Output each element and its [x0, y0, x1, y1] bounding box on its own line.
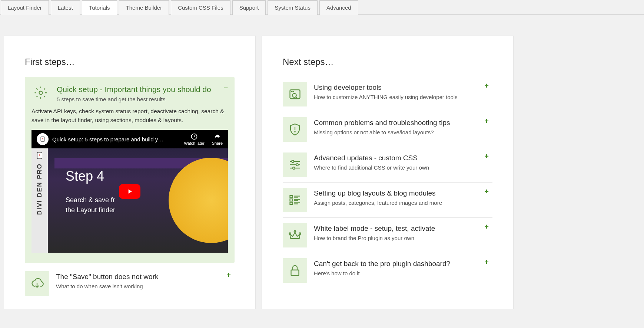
expand-icon[interactable]: + — [484, 82, 489, 89]
tab-system-status[interactable]: System Status — [268, 0, 318, 15]
accordion-title: The "Save" button does not work — [56, 273, 235, 281]
accordion-title: Common problems and troubleshooting tips — [314, 119, 492, 127]
accordion-subtitle: Where to find additional CSS or write yo… — [314, 164, 492, 171]
accordion-header[interactable]: Setting up blog layouts & blog modulesAs… — [283, 183, 492, 217]
accordion-title: Using developer tools — [314, 83, 492, 92]
list-layout-icon — [283, 188, 307, 212]
accordion-item: Setting up blog layouts & blog modulesAs… — [283, 183, 492, 218]
expand-icon[interactable]: + — [484, 117, 489, 125]
tab-advanced[interactable]: Advanced — [319, 0, 358, 15]
accordion-title: White label mode - setup, test, activate — [314, 224, 492, 233]
svg-rect-17 — [290, 196, 293, 198]
crown-icon — [283, 223, 307, 247]
panels-row: First steps… Quick setup - Important thi… — [0, 15, 644, 309]
next-steps-panel: Next steps… Using developer toolsHow to … — [262, 36, 514, 309]
accordion-header[interactable]: Common problems and troubleshooting tips… — [283, 112, 492, 147]
accordion-header[interactable]: Using developer toolsHow to customize AN… — [283, 77, 492, 112]
accordion-header[interactable]: Advanced updates - custom CSSWhere to fi… — [283, 147, 492, 182]
accordion-title: Advanced updates - custom CSS — [314, 154, 492, 162]
svg-rect-23 — [290, 202, 293, 204]
svg-point-26 — [289, 233, 291, 234]
share-button[interactable]: Share — [212, 133, 223, 145]
tab-theme-builder[interactable]: Theme Builder — [119, 0, 169, 15]
video-step-caption: Search & save frthe Layout finder — [66, 195, 115, 215]
accordion-subtitle: How to brand the Pro plugin as your own — [314, 235, 492, 241]
play-button[interactable] — [119, 184, 140, 199]
video-title: Quick setup: 5 steps to prepare and buil… — [52, 136, 163, 142]
svg-point-7 — [292, 94, 296, 98]
accordion-subtitle: Assign posts, categories, featured image… — [314, 200, 492, 206]
collapse-icon[interactable]: – — [224, 83, 228, 91]
expand-icon[interactable]: + — [484, 258, 489, 266]
video-sidebar: DIVI DEN PRO — [31, 148, 48, 253]
accordion-title: Setting up blog layouts & blog modules — [314, 189, 492, 197]
accordion-header[interactable]: The "Save" button does not workWhat to d… — [25, 266, 235, 301]
tab-custom-css-files[interactable]: Custom CSS Files — [171, 0, 230, 15]
first-steps-panel: First steps… Quick setup - Important thi… — [4, 36, 256, 309]
accordion-subtitle: Missing options or not able to save/load… — [314, 129, 492, 135]
video-embed[interactable]: Quick setup: 5 steps to prepare and buil… — [31, 130, 228, 253]
expand-icon[interactable]: + — [484, 223, 489, 230]
accordion-header[interactable]: White label mode - setup, test, activate… — [283, 218, 492, 253]
svg-point-16 — [293, 167, 295, 169]
lock-icon — [283, 258, 307, 283]
first-steps-heading: First steps… — [25, 57, 235, 67]
watch-later-button[interactable]: Watch later — [184, 133, 204, 145]
accordion-title: Can't get back to the pro plugin dashboa… — [314, 260, 492, 268]
video-body: Step 4 Search & save frthe Layout finder — [48, 148, 228, 253]
next-steps-heading: Next steps… — [283, 57, 492, 67]
sliders-icon — [283, 152, 307, 177]
accordion-subtitle: How to customize ANYTHING easily using d… — [314, 94, 492, 100]
video-step-title: Step 4 — [66, 168, 104, 184]
tab-layout-finder[interactable]: Layout Finder — [1, 0, 49, 15]
accordion-title: Quick setup - Important things you shoul… — [57, 85, 228, 94]
svg-point-6 — [293, 91, 294, 92]
browser-search-icon — [283, 82, 307, 106]
accordion-description: Activate API keys, check system status r… — [31, 107, 228, 125]
video-top-bar: Quick setup: 5 steps to prepare and buil… — [31, 130, 228, 148]
svg-point-27 — [294, 230, 296, 232]
expand-icon[interactable]: + — [484, 188, 489, 195]
tab-tutorials[interactable]: Tutorials — [82, 0, 117, 15]
accordion-item: White label mode - setup, test, activate… — [283, 218, 492, 253]
svg-rect-29 — [291, 270, 299, 276]
accordion-item: Using developer toolsHow to customize AN… — [283, 77, 492, 112]
svg-point-0 — [39, 91, 43, 95]
video-channel-logo[interactable] — [37, 133, 49, 145]
svg-line-8 — [296, 97, 297, 98]
accordion-body: Activate API keys, check system status r… — [31, 107, 228, 256]
tabs-bar: Layout FinderLatestTutorialsTheme Builde… — [0, 0, 644, 15]
video-brand-text: DIVI DEN PRO — [36, 163, 43, 215]
accordion-header[interactable]: Quick setup - Important things you shoul… — [31, 83, 228, 107]
tab-support[interactable]: Support — [232, 0, 266, 15]
accordion-header[interactable]: Can't get back to the pro plugin dashboa… — [283, 253, 492, 288]
accordion-item: Can't get back to the pro plugin dashboa… — [283, 253, 492, 288]
accordion-item: Advanced updates - custom CSSWhere to fi… — [283, 147, 492, 183]
cloud-download-icon — [25, 271, 49, 296]
accordion-item: Quick setup - Important things you shoul… — [25, 77, 235, 263]
svg-point-28 — [299, 233, 301, 234]
svg-point-10 — [295, 131, 295, 132]
shield-alert-icon — [283, 117, 307, 142]
accordion-subtitle: Here's how to do it — [314, 270, 492, 276]
svg-point-12 — [292, 160, 294, 163]
tab-latest[interactable]: Latest — [51, 0, 80, 15]
expand-icon[interactable]: + — [484, 152, 489, 160]
svg-point-5 — [292, 91, 292, 92]
expand-icon[interactable]: + — [226, 271, 231, 279]
accordion-item: The "Save" button does not workWhat to d… — [25, 266, 235, 301]
svg-point-14 — [296, 164, 298, 166]
svg-rect-20 — [290, 199, 293, 201]
accordion-subtitle: What to do when save isn't working — [56, 283, 235, 289]
gear-icon — [31, 83, 50, 102]
accordion-item: Common problems and troubleshooting tips… — [283, 112, 492, 147]
accordion-subtitle: 5 steps to save time and get the best re… — [57, 96, 228, 102]
